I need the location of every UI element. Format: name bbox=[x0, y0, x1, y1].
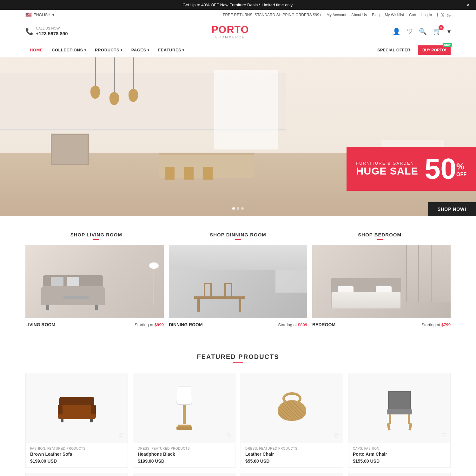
products-grid-row2 bbox=[25, 473, 451, 476]
utility-bar: 🇺🇸 ENGLISH ▾ FREE RETURNS. STANDARD SHIP… bbox=[0, 10, 476, 20]
promo-text: FURNITURE & GARDEN HUGE SALE bbox=[356, 161, 418, 177]
bed-pillow-1 bbox=[338, 286, 354, 293]
promo-off-label: OFF bbox=[456, 172, 466, 177]
login-link[interactable]: Log In bbox=[421, 13, 432, 17]
promo-number-group: 50 % OFF bbox=[425, 155, 466, 183]
shipping-text: FREE RETURNS. STANDARD SHIPPING ORDERS $… bbox=[223, 13, 321, 17]
dining-leg-2 bbox=[239, 298, 241, 312]
call-label: CALL US NOW bbox=[36, 26, 68, 30]
product-price-1: $199.00 USD bbox=[30, 459, 123, 464]
kitchen-window bbox=[214, 70, 278, 149]
pillow-deco-1 bbox=[51, 277, 63, 286]
user-icon[interactable]: 👤 bbox=[393, 28, 400, 35]
sofa-body-deco bbox=[41, 286, 105, 305]
nav-item-products[interactable]: PRODUCTS ▾ bbox=[90, 43, 127, 57]
bedroom-panel-divider-1 bbox=[444, 245, 444, 302]
category-images: LIVING ROOM Starting at $999 bbox=[25, 245, 451, 331]
dining-leg-1 bbox=[197, 298, 200, 312]
bedroom-panel-divider-3 bbox=[418, 245, 419, 302]
product-info-4: CAPS, FASHION Porto Arm Chair $155.00 US… bbox=[348, 443, 450, 467]
product-card-2[interactable]: ♡ DRESS, FEATURED PRODUCTS Headphone Bla… bbox=[133, 373, 235, 468]
product-card-7[interactable] bbox=[241, 473, 343, 476]
announcement-close[interactable]: × bbox=[467, 2, 470, 8]
products-grid-row1: ♡ FASHION, FEATURED PRODUCTS Brown Leath… bbox=[25, 373, 451, 468]
wishlist-icon-1[interactable]: ♡ bbox=[119, 432, 124, 439]
blog-link[interactable]: Blog bbox=[372, 13, 380, 17]
utility-right: FREE RETURNS. STANDARD SHIPPING ORDERS $… bbox=[223, 12, 451, 17]
chair-leg-4 bbox=[408, 423, 412, 430]
sofa-body bbox=[58, 405, 96, 419]
product-name-3: Leather Chair bbox=[245, 452, 338, 457]
announcement-text: Get Up to 40% OFF New Furniture Deals * … bbox=[182, 3, 293, 7]
category-title-bedroom: SHOP BEDROOM bbox=[309, 232, 451, 240]
product-card-5[interactable] bbox=[25, 473, 128, 476]
language-selector[interactable]: ENGLISH bbox=[34, 13, 50, 17]
pendant-wire-3 bbox=[133, 57, 134, 89]
coffee-table bbox=[63, 296, 89, 299]
bedroom-image bbox=[312, 245, 451, 318]
category-card-dining[interactable]: DINNING ROOM Starting at $899 bbox=[169, 245, 307, 331]
dot-1[interactable] bbox=[232, 207, 235, 210]
category-title-dining: SHOP DINNING ROOM bbox=[167, 232, 309, 240]
heart-icon[interactable]: ♡ bbox=[407, 28, 413, 35]
wishlist-link[interactable]: My Wishlist bbox=[385, 13, 404, 17]
flag-icon: 🇺🇸 bbox=[25, 12, 32, 18]
product-card-6[interactable] bbox=[133, 473, 235, 476]
wishlist-icon-2[interactable]: ♡ bbox=[226, 432, 231, 439]
pendant-lamp-1 bbox=[90, 86, 100, 99]
lamp-base-2 bbox=[176, 426, 192, 430]
facebook-icon[interactable]: f bbox=[437, 12, 438, 17]
dining-room-price-value: $899 bbox=[298, 322, 307, 327]
bedroom-price-value: $799 bbox=[441, 322, 451, 327]
nav-item-home[interactable]: HOME bbox=[25, 43, 47, 57]
dining-chair-2 bbox=[224, 283, 232, 299]
category-card-living[interactable]: LIVING ROOM Starting at $999 bbox=[25, 245, 164, 331]
instagram-icon[interactable]: ◎ bbox=[447, 12, 451, 17]
twitter-icon[interactable]: 𝕏 bbox=[441, 12, 444, 17]
product-card-1[interactable]: ♡ FASHION, FEATURED PRODUCTS Brown Leath… bbox=[25, 373, 128, 468]
product-image-3: ♡ bbox=[241, 373, 343, 443]
pendant-wire-2 bbox=[114, 57, 115, 92]
chair-illustration bbox=[384, 386, 415, 430]
chevron-down-icon: ▾ bbox=[84, 48, 86, 52]
dot-3[interactable] bbox=[241, 207, 244, 210]
cart-icon[interactable]: 🛒 0 bbox=[433, 28, 441, 35]
product-card-8[interactable] bbox=[348, 473, 451, 476]
lamp-neck bbox=[183, 405, 186, 424]
living-room-price-value: $999 bbox=[155, 322, 164, 327]
wishlist-icon-3[interactable]: ♡ bbox=[334, 432, 339, 439]
basket-illustration bbox=[274, 392, 309, 424]
my-account-link[interactable]: My Account bbox=[327, 13, 346, 17]
product-card-3[interactable]: ♡ DRESS, FEATURED PRODUCTS Leather Chair… bbox=[241, 373, 343, 468]
pendant-lamp-3 bbox=[129, 89, 138, 102]
category-headers: SHOP LIVING ROOM SHOP DINNING ROOM SHOP … bbox=[25, 232, 451, 240]
nav-item-features[interactable]: FEATURES ▾ bbox=[154, 43, 189, 57]
section-underline bbox=[233, 362, 243, 363]
basket-weave bbox=[278, 401, 306, 420]
product-category-3: DRESS, FEATURED PRODUCTS bbox=[245, 447, 338, 450]
pendant-lamp-2 bbox=[109, 92, 119, 105]
site-header: 📞 CALL US NOW +123 5678 890 PORTO eComme… bbox=[0, 20, 476, 43]
chevron-down-icon: ▾ bbox=[121, 48, 122, 52]
special-offer-label[interactable]: SPECIAL OFFER! bbox=[377, 48, 412, 52]
search-icon[interactable]: 🔍 bbox=[419, 28, 427, 35]
wishlist-icon-4[interactable]: ♡ bbox=[441, 432, 446, 439]
phone-number[interactable]: +123 5678 890 bbox=[36, 30, 68, 37]
chevron-down-icon[interactable]: ▾ bbox=[447, 28, 451, 35]
buy-porto-button[interactable]: BUY PORTO! NEW bbox=[418, 45, 451, 55]
shop-now-button[interactable]: SHOP NOW! bbox=[428, 202, 476, 216]
pendant-wire-1 bbox=[95, 57, 96, 86]
category-card-bedroom[interactable]: BEDROOM Starting at $799 bbox=[312, 245, 451, 331]
cart-link[interactable]: Cart bbox=[409, 13, 416, 17]
product-info-1: FASHION, FEATURED PRODUCTS Brown Leather… bbox=[26, 443, 128, 467]
nav-item-pages[interactable]: PAGES ▾ bbox=[127, 43, 154, 57]
about-us-link[interactable]: About Us bbox=[351, 13, 367, 17]
logo-sub: eCommerce bbox=[211, 36, 249, 39]
dining-chair-1 bbox=[204, 283, 212, 299]
dot-2[interactable] bbox=[237, 207, 239, 210]
product-card-4[interactable]: ♡ CAPS, FASHION Porto Arm Chair $155.00 … bbox=[348, 373, 451, 468]
lamp-shade-deco bbox=[149, 262, 159, 269]
dining-wall-top bbox=[169, 245, 307, 270]
nav-item-collections[interactable]: COLLECTIONS ▾ bbox=[47, 43, 90, 57]
site-logo[interactable]: PORTO eCommerce bbox=[211, 24, 249, 39]
